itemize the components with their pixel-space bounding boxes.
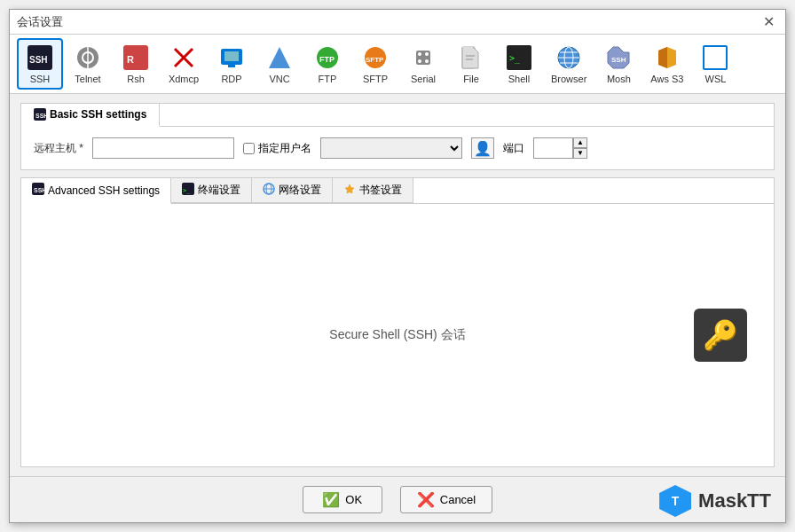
- toolbar-item-serial[interactable]: Serial: [400, 38, 446, 90]
- content-area: SSH Basic SSH settings 远程主机 * 指定用户名: [10, 94, 785, 476]
- toolbar-item-vnc[interactable]: VNC: [256, 38, 303, 90]
- telnet-toolbar-label: Telnet: [75, 74, 100, 84]
- footer: ✅ OK ❌ Cancel T MaskTT: [10, 476, 785, 522]
- toolbar-item-awss3[interactable]: Aws S3: [643, 38, 690, 90]
- toolbar-item-file[interactable]: File: [448, 38, 494, 90]
- serial-toolbar-label: Serial: [411, 74, 436, 84]
- terminal-tab-icon: >_: [182, 183, 194, 198]
- tab-network[interactable]: 网络设置: [252, 178, 333, 204]
- brand: T MaskTT: [659, 485, 771, 517]
- toolbar-item-ftp[interactable]: FTPFTP: [304, 38, 350, 90]
- xdmcp-toolbar-icon: [169, 43, 198, 72]
- tab-advanced_ssh[interactable]: SSHAdvanced SSH settings: [21, 178, 171, 204]
- svg-text:SSH: SSH: [29, 55, 48, 65]
- svg-text:SSH: SSH: [35, 113, 46, 119]
- mosh-toolbar-icon: SSH: [604, 43, 633, 72]
- svg-marker-35: [658, 47, 667, 68]
- svg-text:>_: >_: [509, 53, 521, 64]
- tab-terminal[interactable]: >_终端设置: [171, 178, 252, 204]
- remote-host-label: 远程主机 *: [34, 141, 83, 156]
- key-icon: 🔑: [703, 318, 738, 352]
- toolbar-item-xdmcp[interactable]: Xdmcp: [161, 38, 207, 90]
- ssh-tab-icon: SSH: [34, 108, 46, 121]
- window-title: 会话设置: [17, 14, 63, 30]
- toolbar-item-browser[interactable]: Browser: [544, 38, 594, 90]
- toolbar-item-rdp[interactable]: RDP: [209, 38, 255, 90]
- wsl-toolbar-label: WSL: [705, 74, 727, 84]
- wsl-toolbar-icon: [701, 43, 729, 72]
- awss3-toolbar-icon: [653, 43, 681, 72]
- key-icon-box: 🔑: [694, 309, 747, 362]
- port-down-button[interactable]: ▼: [573, 148, 587, 159]
- svg-text:R: R: [127, 54, 134, 65]
- serial-toolbar-icon: [409, 43, 437, 72]
- network-tab-icon: [263, 183, 275, 198]
- cancel-button[interactable]: ❌ Cancel: [400, 486, 492, 513]
- bookmark-tab-label: 书签设置: [359, 183, 402, 198]
- ok-label: OK: [345, 493, 362, 506]
- username-checkbox-label: 指定用户名: [243, 141, 311, 156]
- toolbar-item-mosh[interactable]: SSHMosh: [595, 38, 642, 90]
- svg-point-18: [418, 52, 421, 56]
- svg-text:FTP: FTP: [319, 55, 335, 64]
- advanced_ssh-tab-icon: SSH: [32, 183, 44, 198]
- ftp-toolbar-icon: FTP: [313, 43, 342, 72]
- basic-tab-header: SSH Basic SSH settings: [21, 104, 774, 127]
- port-group: 22 ▲ ▼: [533, 137, 587, 159]
- svg-text:SSH: SSH: [611, 56, 626, 64]
- svg-text:SSH: SSH: [34, 187, 44, 193]
- brand-name: MaskTT: [698, 489, 771, 512]
- user-icon-button[interactable]: 👤: [471, 137, 494, 159]
- tab-basic-ssh[interactable]: SSH Basic SSH settings: [21, 104, 160, 127]
- tab-basic-ssh-label: Basic SSH settings: [50, 108, 146, 121]
- toolbar-item-wsl[interactable]: WSL: [692, 38, 738, 90]
- toolbar-item-shell[interactable]: >_Shell: [496, 38, 542, 90]
- network-tab-label: 网络设置: [279, 183, 321, 198]
- specify-username-label: 指定用户名: [258, 141, 311, 156]
- rsh-toolbar-label: Rsh: [127, 74, 145, 84]
- tab-bookmark[interactable]: 书签设置: [333, 178, 413, 204]
- shell-toolbar-label: Shell: [508, 74, 530, 84]
- advanced_ssh-tab-label: Advanced SSH settings: [48, 184, 160, 197]
- ssh-toolbar-label: SSH: [30, 74, 51, 84]
- ok-icon: ✅: [322, 491, 340, 508]
- svg-rect-40: [715, 58, 726, 68]
- svg-text:>_: >_: [183, 187, 191, 194]
- mosh-toolbar-label: Mosh: [607, 74, 631, 84]
- sftp-toolbar-icon: SFTP: [361, 43, 390, 72]
- port-spinner: ▲ ▼: [573, 137, 587, 159]
- cancel-icon: ❌: [417, 491, 435, 508]
- svg-point-19: [425, 52, 429, 56]
- toolbar-item-telnet[interactable]: Telnet: [65, 38, 111, 90]
- svg-rect-39: [704, 58, 715, 68]
- host-input[interactable]: [92, 137, 234, 159]
- terminal-tab-label: 终端设置: [198, 183, 240, 198]
- browser-toolbar-label: Browser: [551, 74, 586, 84]
- username-checkbox[interactable]: [243, 143, 255, 154]
- ok-button[interactable]: ✅ OK: [303, 486, 382, 513]
- toolbar-item-rsh[interactable]: RRsh: [113, 38, 159, 90]
- cancel-label: Cancel: [440, 493, 476, 506]
- advanced-tab-header: SSHAdvanced SSH settings>_终端设置网络设置书签设置: [21, 178, 774, 204]
- ftp-toolbar-label: FTP: [319, 74, 337, 84]
- svg-marker-50: [345, 184, 354, 193]
- close-button[interactable]: ✕: [760, 15, 778, 29]
- title-bar: 会话设置 ✕: [10, 10, 785, 35]
- port-input[interactable]: 22: [533, 137, 573, 159]
- svg-text:SFTP: SFTP: [366, 56, 384, 64]
- rdp-toolbar-icon: [217, 43, 246, 72]
- main-window: 会话设置 ✕ SSHSSHTelnetRRshXdmcpRDPVNCFTPFTP…: [9, 9, 786, 523]
- svg-rect-10: [224, 51, 239, 61]
- sftp-toolbar-label: SFTP: [363, 74, 388, 84]
- vnc-toolbar-icon: [265, 43, 294, 72]
- toolbar-item-ssh[interactable]: SSHSSH: [17, 38, 63, 90]
- file-toolbar-icon: [457, 43, 485, 72]
- rdp-toolbar-label: RDP: [221, 74, 241, 84]
- svg-rect-38: [715, 47, 726, 58]
- toolbar: SSHSSHTelnetRRshXdmcpRDPVNCFTPFTPSFTPSFT…: [10, 35, 785, 94]
- port-up-button[interactable]: ▲: [573, 137, 587, 148]
- file-toolbar-label: File: [463, 74, 479, 84]
- toolbar-item-sftp[interactable]: SFTPSFTP: [352, 38, 398, 90]
- shell-toolbar-icon: >_: [505, 43, 533, 72]
- username-select[interactable]: [320, 137, 462, 159]
